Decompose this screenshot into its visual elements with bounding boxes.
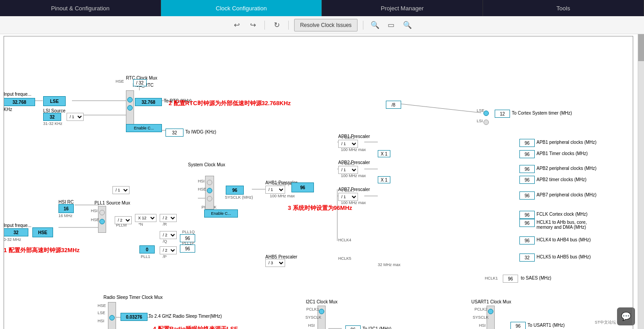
undo-button[interactable]: ↩ — [230, 19, 243, 31]
zoom-in-button[interactable]: 🔍 — [369, 19, 381, 31]
nav-pinout[interactable]: Pinout & Configuration — [0, 0, 161, 16]
resolve-clock-button[interactable]: Resolve Clock Issues — [294, 19, 358, 31]
refresh-button[interactable]: ↻ — [270, 19, 283, 31]
scrollbar-thumb[interactable] — [638, 34, 644, 61]
nav-clock[interactable]: Clock Configuration — [161, 0, 322, 16]
toolbar-separator3 — [363, 21, 363, 30]
redo-button[interactable]: ↪ — [246, 19, 259, 31]
nav-tools[interactable]: Tools — [483, 0, 644, 16]
toolbar-separator — [264, 21, 265, 30]
clock-canvas: Input freque... 32.768 KHz LSE LSI Sourc… — [0, 34, 644, 329]
fit-button[interactable]: ▭ — [385, 19, 398, 31]
zoom-out-button[interactable]: 🔍 — [401, 19, 414, 31]
nav-project[interactable]: Project Manager — [322, 0, 483, 16]
diagram-border — [4, 36, 633, 329]
top-navigation: Pinout & Configuration Clock Configurati… — [0, 0, 644, 16]
scrollbar[interactable] — [638, 34, 644, 329]
toolbar: ↩ ↪ ↻ Resolve Clock Issues 🔍 ▭ 🔍 — [0, 16, 644, 34]
toolbar-separator2 — [288, 21, 289, 30]
